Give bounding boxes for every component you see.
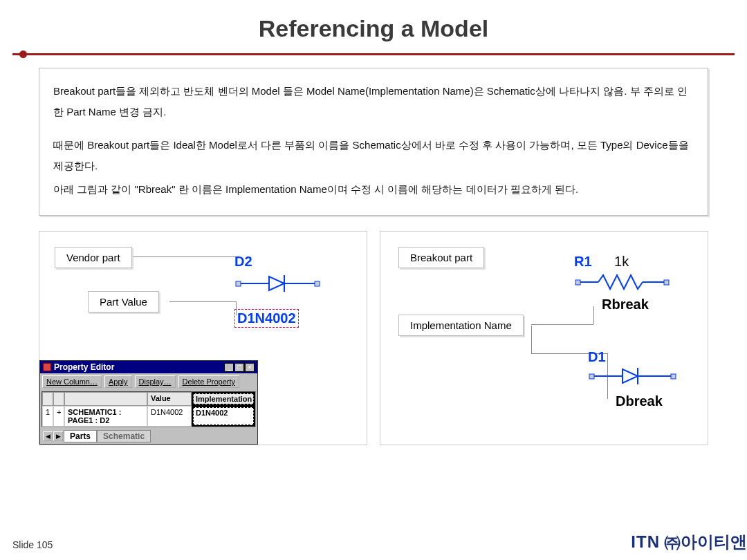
tab-bar: ◀ ▶ Parts Schematic [40,429,257,444]
header-expand [53,392,64,406]
tab-schematic[interactable]: Schematic [97,430,151,442]
apply-button[interactable]: Apply [104,375,132,388]
vendor-panel: Vendor part Part Value D2 D1N4002 Proper… [39,231,367,445]
svg-marker-2 [269,277,284,290]
resistor-value: 1k [614,254,629,269]
row-number: 1 [42,406,53,427]
title-rule [12,53,735,55]
svg-rect-15 [671,374,676,379]
svg-rect-9 [664,280,669,285]
brand-korean: ㈜아이티앤 [664,531,747,553]
diode-icon [588,365,692,389]
row-value[interactable]: D1N4002 [147,406,192,427]
info-p3: 아래 그림과 같이 "Rbreak" 란 이름은 Implementation … [53,179,694,200]
slide-number: Slide 105 [12,539,53,550]
close-button[interactable]: × [245,363,255,372]
scroll-left-button[interactable]: ◀ [43,431,53,441]
header-name [64,392,147,406]
info-p2: 때문에 Breakout part들은 Ideal한 Model로서 다른 부품… [53,135,694,176]
resistor-ref: R1 [574,254,592,270]
window-titlebar: Property Editor _ □ × [40,361,257,373]
resistor-icon [574,271,692,295]
header-value[interactable]: Value [147,392,192,406]
property-editor-window: Property Editor _ □ × New Column… Apply … [39,360,258,445]
delete-property-button[interactable]: Delete Property [178,375,239,388]
scroll-right-button[interactable]: ▶ [53,431,63,441]
leader-line [133,256,237,257]
dbreak-schematic: D1 Dbreak [588,349,726,389]
diode-value: D1N4002 [234,309,299,328]
vendor-part-label: Vendor part [55,247,132,268]
part-value-label: Part Value [88,291,159,312]
info-p1: Breakout part들을 제외하고 반도체 벤더의 Model 들은 Mo… [53,81,694,122]
property-grid: Value Implementation 1 + SCHEMATIC1 : PA… [42,391,256,427]
tab-parts[interactable]: Parts [64,430,97,442]
svg-marker-12 [622,369,638,383]
expand-icon[interactable]: + [53,406,64,427]
window-title: Property Editor [54,362,221,372]
dbreak-name: Dbreak [616,393,663,409]
minimize-button[interactable]: _ [224,363,234,372]
maximize-button[interactable]: □ [234,363,244,372]
row-name: SCHEMATIC1 : PAGE1 : D2 [64,406,147,427]
brand-itn: ITN [631,532,660,552]
header-blank [42,392,53,406]
row-implementation[interactable]: D1N4002 [192,406,255,427]
breakout-panel: Breakout part Implementation Name R1 1k … [380,231,708,445]
leader-line [169,301,236,302]
diode-icon [234,272,331,296]
leader-line [531,326,532,353]
new-column-button[interactable]: New Column… [42,375,102,388]
page-title: Referencing a Model [0,0,747,53]
leader-line [593,306,594,324]
app-icon [43,363,51,371]
footer-brand: ITN ㈜아이티앤 [631,531,747,553]
svg-rect-6 [575,280,580,285]
toolbar: New Column… Apply Display… Delete Proper… [40,373,257,390]
leader-line [531,324,593,325]
implementation-name-label: Implementation Name [398,315,524,336]
resistor-break-name: Rbreak [602,297,649,312]
diode-ref: D2 [234,254,359,270]
resistor-schematic: R1 1k Rbreak [574,254,712,295]
svg-rect-0 [236,281,241,286]
table-row[interactable]: 1 + SCHEMATIC1 : PAGE1 : D2 D1N4002 D1N4… [42,406,255,427]
header-implementation[interactable]: Implementation [192,392,255,406]
svg-rect-5 [315,281,320,286]
info-box: Breakout part들을 제외하고 반도체 벤더의 Model 들은 Mo… [39,68,708,216]
svg-rect-10 [589,374,594,379]
dbreak-ref: D1 [588,349,726,365]
diode-schematic: D2 D1N4002 [234,254,359,299]
display-button[interactable]: Display… [135,375,176,388]
breakout-part-label: Breakout part [398,247,484,268]
